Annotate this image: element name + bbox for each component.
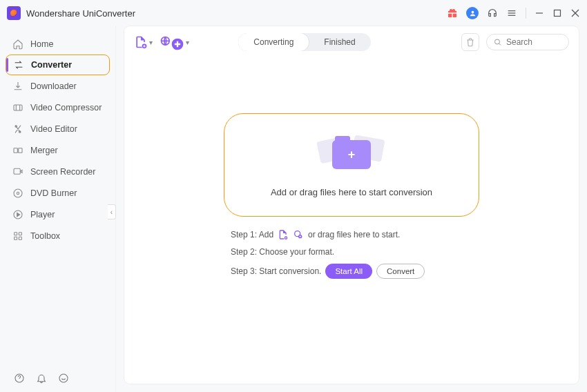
sidebar-item-label: Merger bbox=[30, 146, 58, 155]
svg-rect-16 bbox=[19, 232, 21, 235]
tabs-segmented: Converting Finished bbox=[238, 33, 370, 51]
sidebar-item-dvd-burner[interactable]: DVD Burner bbox=[0, 182, 115, 204]
toolbox-icon bbox=[12, 231, 23, 242]
sidebar-item-label: Video Compressor bbox=[30, 103, 102, 112]
delete-button[interactable] bbox=[461, 33, 479, 51]
sidebar-item-downloader[interactable]: Downloader bbox=[0, 75, 115, 97]
trash-icon bbox=[465, 37, 475, 47]
dropzone-text: Add or drag files here to start conversi… bbox=[271, 187, 432, 197]
sidebar-item-label: Video Editor bbox=[30, 124, 77, 134]
main-panel: ▾ ▾ Converting Finished + bbox=[124, 26, 579, 384]
bell-icon[interactable] bbox=[36, 373, 47, 384]
folder-icon: + bbox=[317, 133, 386, 175]
merger-icon bbox=[12, 145, 23, 156]
svg-rect-15 bbox=[15, 232, 17, 235]
sidebar-item-merger[interactable]: Merger bbox=[0, 139, 115, 161]
chevron-down-icon: ▾ bbox=[149, 39, 153, 46]
sidebar-item-player[interactable]: Player bbox=[0, 204, 115, 225]
svg-rect-5 bbox=[555, 10, 561, 17]
close-button[interactable] bbox=[570, 8, 580, 18]
feedback-icon[interactable] bbox=[58, 373, 69, 384]
sidebar-item-label: Player bbox=[30, 210, 55, 219]
dvd-icon bbox=[12, 188, 23, 199]
app-title: Wondershare UniConverter bbox=[26, 8, 135, 19]
help-icon[interactable] bbox=[14, 373, 25, 384]
chevron-down-icon: ▾ bbox=[186, 39, 189, 46]
add-url-icon bbox=[293, 229, 304, 240]
converter-icon bbox=[13, 59, 24, 70]
sidebar-item-label: DVD Burner bbox=[30, 188, 77, 198]
svg-point-13 bbox=[17, 192, 19, 194]
sidebar-item-label: Converter bbox=[31, 60, 72, 70]
support-icon[interactable] bbox=[487, 8, 498, 19]
sidebar-item-toolbox[interactable]: Toolbox bbox=[0, 225, 115, 246]
download-icon bbox=[12, 81, 23, 92]
sidebar-item-home[interactable]: Home bbox=[0, 33, 115, 55]
step-2: Step 2: Choose your format. bbox=[231, 247, 472, 257]
svg-rect-9 bbox=[14, 148, 17, 153]
sidebar-item-video-editor[interactable]: Video Editor bbox=[0, 118, 115, 139]
svg-rect-17 bbox=[15, 237, 17, 239]
start-all-button[interactable]: Start All bbox=[325, 264, 372, 279]
svg-rect-10 bbox=[19, 148, 22, 153]
sidebar: Home Converter Downloader Video Compress… bbox=[0, 26, 116, 392]
hamburger-menu-icon[interactable] bbox=[506, 8, 517, 19]
svg-rect-11 bbox=[14, 168, 20, 174]
svg-point-0 bbox=[471, 10, 474, 13]
sidebar-collapse-handle[interactable]: ‹ bbox=[108, 204, 116, 219]
svg-rect-18 bbox=[19, 237, 21, 239]
sidebar-footer bbox=[0, 364, 115, 392]
toolbar: ▾ ▾ Converting Finished bbox=[124, 26, 579, 58]
compress-icon bbox=[12, 102, 23, 113]
step-1: Step 1: Add or drag files here to start. bbox=[231, 229, 472, 240]
tab-converting[interactable]: Converting bbox=[238, 33, 309, 51]
steps-panel: Step 1: Add or drag files here to start.… bbox=[224, 226, 479, 291]
editor-icon bbox=[12, 124, 23, 135]
step-3: Step 3: Start conversion. Start All Conv… bbox=[231, 264, 472, 279]
search-input[interactable] bbox=[506, 37, 561, 47]
recorder-icon bbox=[12, 166, 23, 177]
sidebar-item-label: Screen Recorder bbox=[30, 167, 96, 177]
search-box[interactable] bbox=[486, 34, 569, 50]
gift-icon[interactable] bbox=[447, 8, 458, 19]
home-icon bbox=[12, 39, 23, 50]
tab-finished[interactable]: Finished bbox=[309, 33, 370, 51]
svg-point-24 bbox=[494, 39, 499, 44]
convert-button[interactable]: Convert bbox=[376, 264, 425, 279]
svg-point-12 bbox=[14, 189, 22, 197]
sidebar-item-label: Home bbox=[30, 39, 53, 49]
sidebar-item-label: Downloader bbox=[30, 81, 77, 91]
app-logo-icon bbox=[7, 6, 21, 20]
content-area: + Add or drag files here to start conver… bbox=[124, 58, 579, 384]
player-icon bbox=[12, 209, 23, 220]
add-file-icon bbox=[278, 229, 289, 240]
svg-rect-8 bbox=[14, 105, 22, 110]
add-file-icon bbox=[134, 35, 148, 49]
add-file-button[interactable]: ▾ bbox=[134, 35, 153, 49]
svg-point-20 bbox=[59, 374, 68, 382]
sidebar-item-label: Toolbox bbox=[30, 231, 60, 241]
user-avatar-icon[interactable] bbox=[466, 7, 479, 19]
minimize-button[interactable] bbox=[535, 8, 544, 18]
svg-line-25 bbox=[499, 43, 501, 46]
dropzone[interactable]: + Add or drag files here to start conver… bbox=[224, 113, 479, 217]
sidebar-item-video-compressor[interactable]: Video Compressor bbox=[0, 97, 115, 118]
sidebar-item-screen-recorder[interactable]: Screen Recorder bbox=[0, 161, 115, 182]
nav-list: Home Converter Downloader Video Compress… bbox=[0, 26, 115, 253]
titlebar: Wondershare UniConverter bbox=[0, 0, 587, 26]
sidebar-item-converter[interactable]: Converter bbox=[6, 55, 110, 75]
search-icon bbox=[494, 38, 502, 47]
add-url-button[interactable]: ▾ bbox=[160, 33, 189, 51]
maximize-button[interactable] bbox=[552, 8, 562, 18]
